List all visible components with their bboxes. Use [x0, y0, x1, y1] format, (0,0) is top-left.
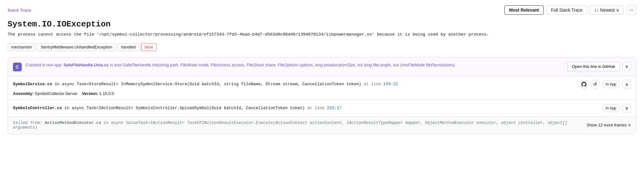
called-frame-text: Called from: ActionMethodExecutor.cs in …	[13, 120, 587, 130]
chevron-down-icon: ∨	[628, 123, 631, 127]
crashed-icon: C	[13, 63, 22, 71]
frame-1-main-line: SymbolService.cs in async Task<StoreResu…	[13, 80, 631, 89]
sort-arrows-icon: ↕↓	[594, 8, 599, 13]
crashed-frame-left: C Crashed in non-app: SafeFileHandle.Uni…	[13, 62, 455, 71]
frame-2-expand-button[interactable]: ∨	[622, 104, 631, 113]
chevron-down-icon: ∨	[616, 8, 619, 13]
tag-mechanism[interactable]: mechanism	[8, 43, 35, 51]
frame-2-code: SymbolsController.cs in async Task<IActi…	[13, 106, 602, 110]
refresh-icon-button[interactable]: ↺	[591, 80, 600, 89]
frame-1-controls: ↺ In App ∧	[580, 80, 631, 89]
crashed-signature: bool SafeFileHandle.Init(string path, Fi…	[114, 63, 455, 67]
frame-2-signature: async Task<IActionResult> SymbolsControl…	[72, 106, 305, 110]
frame-1-line: 159:22	[383, 82, 398, 86]
called-italic-prefix: Called from:	[13, 120, 42, 125]
frame-2-file: SymbolsController.cs	[13, 106, 62, 110]
frame-1-assembly-label: Assembly:	[13, 91, 34, 96]
crashed-frame-right: Open this line in GitHub ∨	[567, 62, 631, 71]
frame-1-version-label: Version:	[82, 91, 98, 96]
frame-1-file: SymbolService.cs	[13, 82, 52, 86]
frame-1: SymbolService.cs in async Task<StoreResu…	[8, 76, 636, 100]
full-stack-trace-button[interactable]: Full Stack Trace	[546, 5, 587, 15]
frame-2-line: 228:17	[327, 106, 342, 110]
frame-2-controls: In App ∨	[602, 104, 631, 113]
more-options-button[interactable]: ···	[626, 5, 636, 15]
exception-message: The process cannot access the file '/opt…	[8, 31, 636, 38]
called-file: ActionMethodExecutor.cs	[45, 120, 101, 125]
crashed-frame-text: Crashed in non-app: SafeFileHandle.Unix.…	[25, 62, 455, 68]
most-relevant-button[interactable]: Most Relevant	[504, 5, 544, 15]
show-more-label: Show 12 more frames	[587, 123, 627, 127]
frames-section: C Crashed in non-app: SafeFileHandle.Uni…	[8, 57, 636, 134]
sort-label: Newest	[600, 8, 615, 13]
frame-1-code: SymbolService.cs in async Task<StoreResu…	[13, 82, 580, 86]
tag-middleware[interactable]: SentryMiddleware.UnhandledException	[37, 43, 116, 51]
refresh-icon: ↺	[593, 81, 597, 87]
chevron-down-icon: ∨	[625, 106, 628, 111]
tag-false[interactable]: false	[141, 43, 156, 51]
frame-1-signature: async Task<StoreResult> InMemorySymbolSe…	[62, 82, 361, 86]
in-app-badge-1[interactable]: In App	[602, 81, 620, 88]
in-app-badge-2[interactable]: In App	[602, 104, 620, 112]
called-frame: Called from: ActionMethodExecutor.cs in …	[8, 117, 636, 134]
called-frame-controls: Show 12 more frames ∨	[587, 123, 631, 127]
called-frame-main-line: Called from: ActionMethodExecutor.cs in …	[13, 120, 631, 130]
header-controls: Most Relevant Full Stack Trace ↕↓ Newest…	[504, 5, 636, 15]
stack-trace-label: Stack Trace	[8, 8, 31, 13]
frame-1-expand-button[interactable]: ∧	[622, 80, 631, 89]
frame-1-details: Assembly: SymbolCollector.Server Version…	[13, 91, 631, 96]
frame-2-main-line: SymbolsController.cs in async Task<IActi…	[13, 104, 631, 113]
exception-title: System.IO.IOException	[8, 19, 636, 29]
tags-row: mechanism SentryMiddleware.UnhandledExce…	[8, 43, 636, 51]
frame-2: SymbolsController.cs in async Task<IActi…	[8, 100, 636, 117]
open-github-button[interactable]: Open this line in GitHub	[567, 62, 620, 71]
sort-button[interactable]: ↕↓ Newest ∨	[590, 5, 624, 15]
chevron-up-icon: ∧	[625, 82, 628, 87]
crashed-file: SafeFileHandle.Unix.cs	[64, 63, 108, 67]
frame-1-version-value: 1.15.0.0	[99, 91, 114, 96]
chevron-down-icon: ∨	[625, 64, 628, 69]
show-more-button[interactable]: Show 12 more frames ∨	[587, 123, 631, 127]
crashed-italic-prefix: Crashed in non-app:	[25, 63, 63, 67]
tag-handled[interactable]: handled	[118, 43, 139, 51]
frame-1-assembly-value: SymbolCollector.Server	[35, 91, 77, 96]
crashed-frame: C Crashed in non-app: SafeFileHandle.Uni…	[8, 58, 636, 76]
crashed-expand-button[interactable]: ∨	[622, 62, 631, 71]
github-icon-button[interactable]	[580, 80, 588, 89]
